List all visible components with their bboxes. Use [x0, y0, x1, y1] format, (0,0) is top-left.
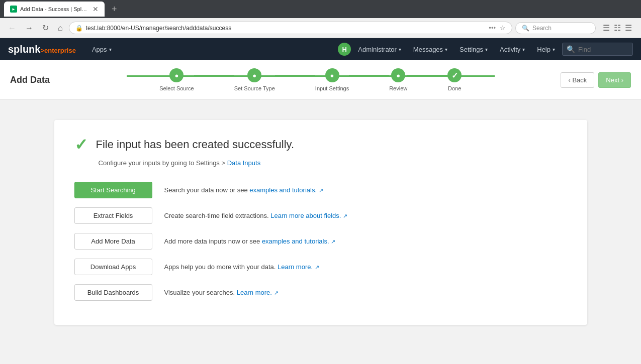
app-bar-right: H Administrator ▾ Messages ▾ Settings ▾ …: [338, 43, 633, 56]
address-bar[interactable]: 🔒 test.lab:8000/en-US/manager/search/add…: [69, 22, 512, 34]
step-label-5: Done: [448, 85, 461, 91]
action-desc-1: Create search-time field extractions. Le…: [164, 212, 348, 219]
browser-nav: ← → ↻ ⌂ 🔒 test.lab:8000/en-US/manager/se…: [0, 18, 641, 38]
tab-favicon: ►: [10, 6, 17, 13]
external-link-icon: ↗: [315, 264, 319, 270]
activity-dropdown-arrow: ▾: [522, 47, 525, 52]
external-link-icon: ↗: [343, 213, 347, 219]
external-link-icon: ↗: [319, 187, 323, 193]
forward-nav-button[interactable]: →: [22, 22, 36, 35]
search-placeholder: Search: [532, 25, 552, 32]
url-text: test.lab:8000/en-US/manager/search/addda…: [86, 25, 486, 32]
step-input-settings: ● Input Settings: [315, 68, 349, 91]
step-label-1: Select Source: [159, 85, 194, 91]
action-rows: Start Searching Search your data now or …: [74, 182, 567, 301]
step-label-4: Review: [389, 85, 407, 91]
action-button-0[interactable]: Start Searching: [74, 182, 152, 198]
action-button-3[interactable]: Download Apps: [74, 259, 152, 275]
app-nav: Apps ▾: [86, 42, 328, 57]
back-nav-button[interactable]: ←: [5, 22, 19, 35]
back-button[interactable]: ‹ Back: [561, 72, 594, 88]
app-bar: splunk>enterprise Apps ▾ H Administrator…: [0, 38, 641, 60]
activity-menu[interactable]: Activity ▾: [495, 43, 530, 56]
action-link-2[interactable]: examples and tutorials.: [262, 237, 329, 245]
messages-menu[interactable]: Messages ▾: [408, 43, 452, 56]
address-bar-icons: ••• ☆: [489, 24, 506, 32]
reload-button[interactable]: ↻: [39, 21, 52, 35]
browser-tab[interactable]: ► Add Data - Success | Splunk ✕: [4, 2, 105, 17]
messages-label: Messages: [413, 46, 443, 53]
step-circle-3: ●: [325, 68, 339, 82]
action-row: Download Apps Apps help you do more with…: [74, 259, 567, 275]
activity-label: Activity: [500, 46, 520, 53]
find-icon: 🔍: [567, 45, 575, 53]
step-label-3: Input Settings: [315, 85, 349, 91]
action-desc-2: Add more data inputs now or see examples…: [164, 237, 336, 245]
more-icon[interactable]: •••: [489, 24, 496, 32]
help-menu[interactable]: Help ▾: [532, 43, 560, 56]
splunk-word: splunk: [8, 44, 40, 55]
action-row: Build Dashboards Visualize your searches…: [74, 284, 567, 301]
external-link-icon: ↗: [274, 290, 279, 296]
menu-icon[interactable]: ☰: [625, 23, 632, 33]
action-button-4[interactable]: Build Dashboards: [74, 284, 152, 301]
step-circle-5: ✓: [447, 68, 462, 82]
add-data-title: Add Data: [10, 75, 60, 85]
apps-dropdown-arrow: ▾: [109, 47, 112, 52]
action-row: Add More Data Add more data inputs now o…: [74, 233, 567, 250]
home-button[interactable]: ⌂: [55, 22, 66, 35]
stepper: ● Select Source ● Set Source Type ● Inpu…: [80, 68, 540, 91]
browser-chrome: ► Add Data - Success | Splunk ✕ +: [0, 0, 641, 18]
step-circle-1: ●: [169, 68, 184, 82]
splunk-logo-text: splunk>enterprise: [8, 44, 76, 55]
admin-dropdown-arrow: ▾: [399, 47, 401, 52]
find-input[interactable]: [578, 46, 628, 53]
settings-menu[interactable]: Settings ▾: [454, 43, 493, 56]
action-link-4[interactable]: Learn more.: [237, 289, 272, 296]
success-subtitle: Configure your inputs by going to Settin…: [99, 159, 567, 167]
splunk-logo: splunk>enterprise: [8, 44, 76, 55]
administrator-menu[interactable]: Administrator ▾: [353, 43, 406, 56]
tab-title: Add Data - Success | Splunk: [20, 6, 89, 12]
browser-extra-icons: ☰ ☷ ☰: [599, 23, 636, 33]
next-button[interactable]: Next ›: [598, 72, 631, 88]
bookmark-icon[interactable]: ☆: [500, 24, 506, 32]
tab-close-button[interactable]: ✕: [93, 5, 99, 13]
success-card: ✓ File input has been created successful…: [54, 120, 587, 325]
external-link-icon: ↗: [331, 238, 335, 245]
sidebar-icon[interactable]: ☰: [603, 23, 610, 33]
action-desc-4: Visualize your searches. Learn more. ↗: [164, 289, 279, 296]
enterprise-word: >enterprise: [40, 47, 75, 54]
action-link-1[interactable]: Learn more about fields.: [270, 212, 341, 219]
split-view-icon[interactable]: ☷: [614, 23, 621, 33]
help-label: Help: [537, 46, 551, 53]
action-desc-0: Search your data now or see examples and…: [164, 186, 323, 194]
browser-search-bar[interactable]: 🔍 Search: [515, 22, 596, 34]
action-desc-3: Apps help you do more with your data. Le…: [164, 263, 319, 271]
step-set-source-type: ● Set Source Type: [234, 68, 275, 91]
action-button-2[interactable]: Add More Data: [74, 233, 152, 250]
main-content: ✓ File input has been created successful…: [0, 110, 641, 364]
administrator-label: Administrator: [358, 46, 397, 53]
stepper-actions: ‹ Back Next ›: [561, 72, 631, 88]
action-row: Extract Fields Create search-time field …: [74, 207, 567, 224]
add-data-header: Add Data ● Select Source ● Set Source Ty…: [0, 60, 641, 100]
action-row: Start Searching Search your data now or …: [74, 182, 567, 198]
user-badge: H: [338, 43, 351, 56]
success-title: File input has been created successfully…: [96, 138, 295, 151]
find-box[interactable]: 🔍: [562, 43, 633, 56]
step-circle-4: ●: [391, 68, 405, 82]
lock-icon: 🔒: [75, 25, 83, 32]
help-dropdown-arrow: ▾: [553, 47, 555, 52]
apps-label: Apps: [92, 46, 107, 53]
action-link-3[interactable]: Learn more.: [278, 263, 313, 271]
apps-menu[interactable]: Apps ▾: [86, 42, 118, 57]
messages-dropdown-arrow: ▾: [445, 47, 447, 52]
action-button-1[interactable]: Extract Fields: [74, 207, 152, 224]
step-done: ✓ Done: [447, 68, 462, 91]
data-inputs-link[interactable]: Data Inputs: [227, 159, 261, 167]
step-review: ● Review: [389, 68, 407, 91]
new-tab-button[interactable]: +: [109, 3, 120, 16]
settings-dropdown-arrow: ▾: [485, 47, 488, 52]
action-link-0[interactable]: examples and tutorials.: [249, 186, 317, 194]
